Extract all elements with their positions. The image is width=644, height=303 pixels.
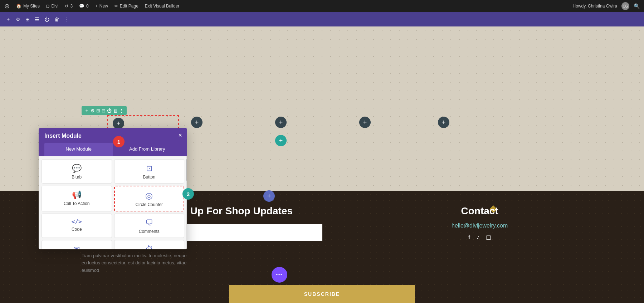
toolbar-settings-icon[interactable]: ⚙ [16, 16, 20, 22]
search-icon[interactable]: 🔍 [634, 3, 640, 9]
dots-icon: ••• [276, 272, 283, 277]
comments-module-icon: 🗨 [145, 219, 153, 227]
body-text: Tiam pulvinar vestibulum mollis. In mole… [82, 252, 189, 274]
insert-module-dialog: Insert Module × New Module Add From Libr… [39, 128, 187, 249]
floating-menu-button[interactable]: ••• [272, 267, 287, 283]
contact-heading: Contact [452, 205, 508, 217]
toolbar-toggle-icon[interactable]: ⏻ [44, 16, 49, 22]
dialog-tabs: New Module Add From Library [44, 143, 181, 156]
divi-label: Divi [51, 4, 58, 9]
code-label: Code [72, 227, 82, 232]
edit-page-label: Edit Page [120, 4, 138, 9]
column-add-btn-teal[interactable]: + [275, 135, 287, 146]
comments-icon: 💬 [79, 4, 84, 9]
dialog-close-button[interactable]: × [178, 132, 182, 138]
edit-page-item[interactable]: ✏ Edit Page [114, 4, 138, 9]
row-toolbar: ＋ ⚙ ⊞ ⊟ ⏻ 🗑 ⋮ [82, 106, 127, 115]
module-comments[interactable]: 🗨 Comments [114, 214, 185, 238]
column-add-btn-2[interactable]: + [275, 117, 287, 128]
toolbar-clone-icon[interactable]: ⊞ [25, 16, 30, 22]
my-sites-label: My Sites [23, 4, 40, 9]
dialog-scrollbar [186, 156, 187, 249]
comments-item[interactable]: 💬 0 [79, 4, 89, 9]
toolbar-add-icon[interactable]: ＋ [6, 16, 11, 23]
contact-form-icon: ✉ [73, 245, 80, 249]
footer-contact-column: Contact hello@divijewelry.com f ♪ ◻ [452, 205, 508, 241]
admin-bar: ⊛ 🏠 My Sites D Divi ↺ 3 💬 0 + New ✏ Edit… [0, 0, 644, 12]
revisions-icon: ↺ [65, 4, 68, 9]
tiktok-icon[interactable]: ♪ [477, 234, 479, 240]
circle-counter-label: Circle Counter [135, 202, 163, 207]
pencil-icon: ✏ [114, 4, 118, 9]
countdown-timer-icon: ⏱ [145, 245, 153, 249]
tab-new-module[interactable]: New Module [44, 143, 113, 156]
new-label: New [99, 4, 108, 9]
toolbar-delete-icon[interactable]: 🗑 [54, 16, 59, 22]
my-sites-item[interactable]: 🏠 My Sites [16, 4, 40, 9]
comments-label: Comments [139, 229, 160, 234]
module-countdown-timer[interactable]: ⏱ Countdown Timer [114, 240, 185, 249]
blurb-icon: 💬 [72, 165, 82, 172]
row-toggle-icon[interactable]: ⏻ [107, 108, 112, 113]
button-label: Button [143, 175, 155, 180]
divi-item[interactable]: D Divi [46, 4, 58, 9]
call-to-action-icon: 📢 [72, 191, 82, 199]
module-button[interactable]: ⊡ Button [114, 159, 185, 184]
step-2-badge: 2 [182, 188, 194, 200]
admin-bar-left: ⊛ 🏠 My Sites D Divi ↺ 3 💬 0 + New ✏ Edit… [4, 2, 566, 10]
admin-bar-right: Howdy, Christina Gwira CG 🔍 [573, 2, 640, 10]
column-add-btn-1[interactable]: + [191, 117, 203, 128]
canvas: ＋ ⚙ ⊞ ⊟ ⏻ 🗑 ⋮ + 1 + + + + + + 2 Insert M… [0, 26, 644, 303]
social-icons: f ♪ ◻ [452, 233, 508, 241]
contact-email[interactable]: hello@divijewelry.com [452, 223, 508, 229]
toolbar-more-icon[interactable]: ⋮ [64, 16, 69, 22]
module-grid: 💬 Blurb ⊡ Button 📢 Call To Action ◎ Circ… [39, 156, 187, 249]
new-item[interactable]: + New [95, 4, 108, 9]
comments-count: 0 [86, 4, 89, 9]
facebook-icon[interactable]: f [468, 234, 470, 241]
exit-builder-label: Exit Visual Builder [145, 4, 180, 9]
dialog-title: Insert Module [44, 133, 181, 139]
module-contact-form[interactable]: ✉ Contact Form [42, 240, 112, 249]
module-code[interactable]: </> Code [42, 214, 112, 238]
revisions-count: 3 [70, 4, 73, 9]
row-more-icon[interactable]: ⋮ [119, 108, 124, 113]
section-add-btn[interactable]: + [263, 190, 275, 202]
revisions-item[interactable]: ↺ 3 [65, 4, 73, 9]
user-greeting: Howdy, Christina Gwira [573, 4, 617, 9]
avatar: CG [621, 2, 629, 10]
module-circle-counter[interactable]: ◎ Circle Counter [114, 186, 185, 211]
scrollbar-thumb [186, 159, 187, 181]
module-call-to-action[interactable]: 📢 Call To Action [42, 186, 112, 211]
row-settings-icon[interactable]: ⚙ [91, 108, 95, 113]
module-blurb[interactable]: 💬 Blurb [42, 159, 112, 184]
wp-icon: ⊛ [4, 2, 10, 10]
row-clone-icon[interactable]: ⊞ [96, 108, 100, 113]
divi-icon: D [46, 4, 49, 9]
call-to-action-label: Call To Action [64, 201, 90, 206]
instagram-icon[interactable]: ◻ [486, 233, 491, 241]
step-1-badge: 1 [113, 136, 125, 147]
subscribe-label: SUBSCRIBE [304, 291, 340, 297]
circle-counter-icon: ◎ [145, 191, 153, 200]
row-columns-icon[interactable]: ⊟ [102, 108, 106, 113]
button-icon: ⊡ [146, 165, 152, 172]
column-add-btn-3[interactable]: + [359, 117, 371, 128]
plus-icon: + [95, 4, 98, 9]
row-delete-icon[interactable]: 🗑 [113, 108, 118, 113]
wp-logo-item[interactable]: ⊛ [4, 2, 10, 10]
blurb-label: Blurb [72, 175, 82, 180]
builder-toolbar: ＋ ⚙ ⊞ ☰ ⏻ 🗑 ⋮ [0, 12, 644, 26]
toolbar-save-icon[interactable]: ☰ [35, 16, 39, 22]
subscribe-button[interactable]: SUBSCRIBE [229, 285, 415, 303]
home-icon: 🏠 [16, 4, 21, 9]
row-add-icon[interactable]: ＋ [84, 107, 89, 114]
exit-builder-item[interactable]: Exit Visual Builder [145, 4, 180, 9]
column-add-btn-4[interactable]: + [438, 117, 449, 128]
code-icon: </> [72, 219, 82, 225]
